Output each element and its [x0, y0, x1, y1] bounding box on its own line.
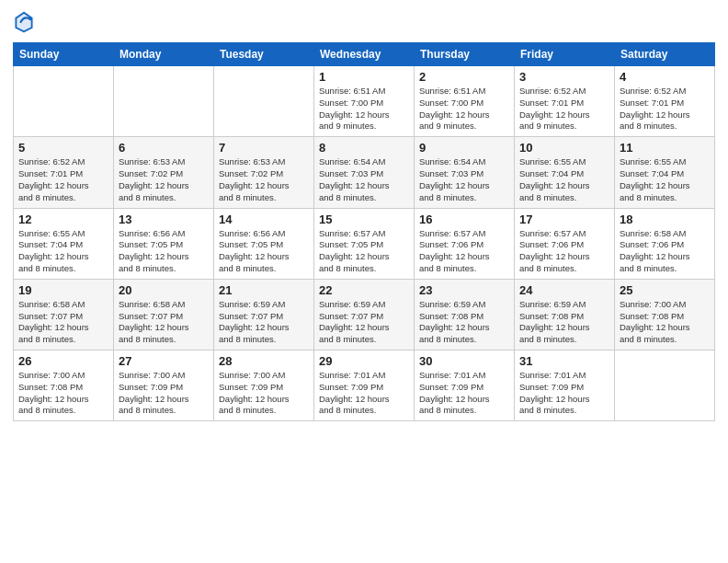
- day-number: 13: [119, 213, 209, 226]
- day-info: Sunrise: 6:55 AM Sunset: 7:04 PM Dayligh…: [620, 156, 710, 203]
- day-number: 20: [119, 283, 209, 297]
- day-cell: 2Sunrise: 6:51 AM Sunset: 7:00 PM Daylig…: [415, 66, 515, 137]
- day-cell: 6Sunrise: 6:53 AM Sunset: 7:02 PM Daylig…: [114, 137, 214, 208]
- day-info: Sunrise: 6:59 AM Sunset: 7:08 PM Dayligh…: [419, 299, 509, 346]
- day-cell: [615, 350, 715, 421]
- day-number: 15: [319, 213, 409, 226]
- day-info: Sunrise: 7:01 AM Sunset: 7:09 PM Dayligh…: [419, 370, 509, 417]
- day-number: 9: [419, 141, 509, 155]
- day-cell: 8Sunrise: 6:54 AM Sunset: 7:03 PM Daylig…: [314, 137, 415, 208]
- day-cell: 17Sunrise: 6:57 AM Sunset: 7:06 PM Dayli…: [515, 208, 615, 279]
- day-cell: 25Sunrise: 7:00 AM Sunset: 7:08 PM Dayli…: [615, 279, 715, 350]
- day-number: 16: [419, 213, 509, 226]
- day-number: 3: [519, 70, 609, 84]
- day-cell: 7Sunrise: 6:53 AM Sunset: 7:02 PM Daylig…: [214, 137, 314, 208]
- day-info: Sunrise: 7:00 AM Sunset: 7:08 PM Dayligh…: [620, 299, 710, 346]
- day-info: Sunrise: 6:52 AM Sunset: 7:01 PM Dayligh…: [18, 156, 108, 203]
- page: SundayMondayTuesdayWednesdayThursdayFrid…: [0, 0, 728, 563]
- weekday-saturday: Saturday: [615, 43, 715, 66]
- day-number: 31: [519, 354, 609, 368]
- day-cell: 12Sunrise: 6:55 AM Sunset: 7:04 PM Dayli…: [14, 208, 114, 279]
- day-number: 18: [620, 213, 710, 226]
- day-cell: 29Sunrise: 7:01 AM Sunset: 7:09 PM Dayli…: [314, 350, 415, 421]
- day-info: Sunrise: 6:56 AM Sunset: 7:05 PM Dayligh…: [119, 228, 209, 275]
- day-info: Sunrise: 6:55 AM Sunset: 7:04 PM Dayligh…: [18, 228, 108, 275]
- weekday-thursday: Thursday: [415, 43, 515, 66]
- day-info: Sunrise: 6:57 AM Sunset: 7:05 PM Dayligh…: [319, 228, 409, 275]
- day-number: 8: [319, 141, 409, 155]
- day-number: 7: [219, 141, 309, 155]
- day-cell: 21Sunrise: 6:59 AM Sunset: 7:07 PM Dayli…: [214, 279, 314, 350]
- day-cell: [114, 66, 214, 137]
- day-info: Sunrise: 7:01 AM Sunset: 7:09 PM Dayligh…: [519, 370, 609, 417]
- day-cell: [214, 66, 314, 137]
- day-cell: 9Sunrise: 6:54 AM Sunset: 7:03 PM Daylig…: [415, 137, 515, 208]
- day-cell: 5Sunrise: 6:52 AM Sunset: 7:01 PM Daylig…: [14, 137, 114, 208]
- day-info: Sunrise: 6:52 AM Sunset: 7:01 PM Dayligh…: [620, 86, 710, 132]
- day-cell: [14, 66, 114, 137]
- day-info: Sunrise: 6:53 AM Sunset: 7:02 PM Dayligh…: [219, 156, 309, 203]
- week-row-5: 26Sunrise: 7:00 AM Sunset: 7:08 PM Dayli…: [14, 350, 715, 421]
- day-number: 24: [519, 283, 609, 297]
- day-number: 14: [219, 213, 309, 226]
- day-info: Sunrise: 7:00 AM Sunset: 7:09 PM Dayligh…: [119, 370, 209, 417]
- day-number: 23: [419, 283, 509, 297]
- day-info: Sunrise: 6:57 AM Sunset: 7:06 PM Dayligh…: [519, 228, 609, 275]
- day-info: Sunrise: 7:00 AM Sunset: 7:09 PM Dayligh…: [219, 370, 309, 417]
- day-cell: 18Sunrise: 6:58 AM Sunset: 7:06 PM Dayli…: [615, 208, 715, 279]
- svg-point-2: [28, 17, 31, 20]
- day-cell: 13Sunrise: 6:56 AM Sunset: 7:05 PM Dayli…: [114, 208, 214, 279]
- week-row-4: 19Sunrise: 6:58 AM Sunset: 7:07 PM Dayli…: [14, 279, 715, 350]
- day-cell: 11Sunrise: 6:55 AM Sunset: 7:04 PM Dayli…: [615, 137, 715, 208]
- day-cell: 10Sunrise: 6:55 AM Sunset: 7:04 PM Dayli…: [515, 137, 615, 208]
- weekday-friday: Friday: [515, 43, 615, 66]
- day-number: 22: [319, 283, 409, 297]
- logo: [13, 9, 39, 35]
- day-number: 1: [319, 70, 409, 84]
- calendar: SundayMondayTuesdayWednesdayThursdayFrid…: [13, 42, 715, 421]
- day-number: 25: [620, 283, 710, 297]
- day-number: 30: [419, 354, 509, 368]
- day-info: Sunrise: 6:58 AM Sunset: 7:06 PM Dayligh…: [620, 228, 710, 275]
- day-cell: 27Sunrise: 7:00 AM Sunset: 7:09 PM Dayli…: [114, 350, 214, 421]
- logo-icon: [13, 9, 35, 35]
- weekday-header-row: SundayMondayTuesdayWednesdayThursdayFrid…: [14, 43, 715, 66]
- day-info: Sunrise: 6:51 AM Sunset: 7:00 PM Dayligh…: [419, 86, 509, 132]
- day-number: 4: [620, 70, 710, 84]
- day-info: Sunrise: 6:51 AM Sunset: 7:00 PM Dayligh…: [319, 86, 409, 132]
- day-info: Sunrise: 6:53 AM Sunset: 7:02 PM Dayligh…: [119, 156, 209, 203]
- day-info: Sunrise: 6:59 AM Sunset: 7:07 PM Dayligh…: [319, 299, 409, 346]
- day-cell: 1Sunrise: 6:51 AM Sunset: 7:00 PM Daylig…: [314, 66, 415, 137]
- day-info: Sunrise: 6:55 AM Sunset: 7:04 PM Dayligh…: [519, 156, 609, 203]
- day-info: Sunrise: 6:52 AM Sunset: 7:01 PM Dayligh…: [519, 86, 609, 132]
- day-info: Sunrise: 7:00 AM Sunset: 7:08 PM Dayligh…: [18, 370, 108, 417]
- day-number: 6: [119, 141, 209, 155]
- day-info: Sunrise: 6:54 AM Sunset: 7:03 PM Dayligh…: [319, 156, 409, 203]
- weekday-tuesday: Tuesday: [214, 43, 314, 66]
- day-cell: 4Sunrise: 6:52 AM Sunset: 7:01 PM Daylig…: [615, 66, 715, 137]
- day-number: 29: [319, 354, 409, 368]
- svg-marker-0: [15, 11, 34, 33]
- day-number: 27: [119, 354, 209, 368]
- week-row-2: 5Sunrise: 6:52 AM Sunset: 7:01 PM Daylig…: [14, 137, 715, 208]
- day-cell: 14Sunrise: 6:56 AM Sunset: 7:05 PM Dayli…: [214, 208, 314, 279]
- day-cell: 26Sunrise: 7:00 AM Sunset: 7:08 PM Dayli…: [14, 350, 114, 421]
- week-row-1: 1Sunrise: 6:51 AM Sunset: 7:00 PM Daylig…: [14, 66, 715, 137]
- day-cell: 15Sunrise: 6:57 AM Sunset: 7:05 PM Dayli…: [314, 208, 415, 279]
- day-number: 2: [419, 70, 509, 84]
- day-info: Sunrise: 6:57 AM Sunset: 7:06 PM Dayligh…: [419, 228, 509, 275]
- weekday-wednesday: Wednesday: [314, 43, 415, 66]
- weekday-monday: Monday: [114, 43, 214, 66]
- day-cell: 23Sunrise: 6:59 AM Sunset: 7:08 PM Dayli…: [415, 279, 515, 350]
- day-cell: 31Sunrise: 7:01 AM Sunset: 7:09 PM Dayli…: [515, 350, 615, 421]
- day-cell: 24Sunrise: 6:59 AM Sunset: 7:08 PM Dayli…: [515, 279, 615, 350]
- day-info: Sunrise: 6:58 AM Sunset: 7:07 PM Dayligh…: [119, 299, 209, 346]
- day-cell: 19Sunrise: 6:58 AM Sunset: 7:07 PM Dayli…: [14, 279, 114, 350]
- day-cell: 30Sunrise: 7:01 AM Sunset: 7:09 PM Dayli…: [415, 350, 515, 421]
- weekday-sunday: Sunday: [14, 43, 114, 66]
- day-number: 21: [219, 283, 309, 297]
- day-number: 26: [18, 354, 108, 368]
- day-info: Sunrise: 7:01 AM Sunset: 7:09 PM Dayligh…: [319, 370, 409, 417]
- day-cell: 28Sunrise: 7:00 AM Sunset: 7:09 PM Dayli…: [214, 350, 314, 421]
- day-cell: 16Sunrise: 6:57 AM Sunset: 7:06 PM Dayli…: [415, 208, 515, 279]
